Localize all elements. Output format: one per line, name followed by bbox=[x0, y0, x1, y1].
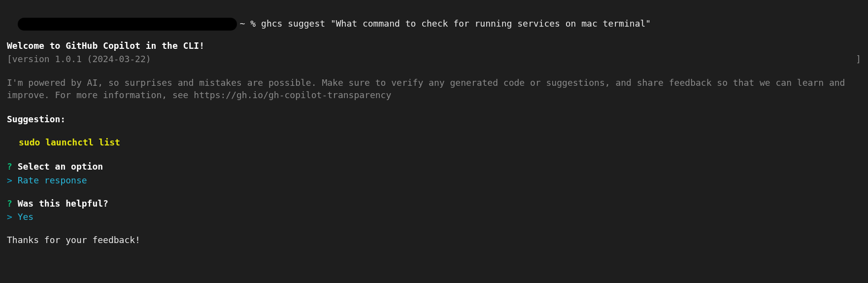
caret-icon: > bbox=[7, 175, 12, 185]
question-mark-icon: ? bbox=[7, 161, 12, 172]
command-prompt-line: ~ % ghcs suggest "What command to check … bbox=[7, 5, 861, 31]
version-text: [version 1.0.1 (2024-03-22) bbox=[7, 54, 151, 64]
redacted-hostname bbox=[18, 18, 237, 31]
welcome-heading: Welcome to GitHub Copilot in the CLI! bbox=[7, 39, 861, 52]
disclaimer-text: I'm powered by AI, so surprises and mist… bbox=[7, 76, 859, 101]
helpful-choice[interactable]: > Yes bbox=[7, 211, 861, 223]
version-info: [version 1.0.1 (2024-03-22) ] bbox=[7, 53, 861, 65]
question-mark-icon: ? bbox=[7, 198, 12, 209]
version-close-bracket: ] bbox=[856, 53, 861, 65]
suggestion-heading: Suggestion: bbox=[7, 113, 861, 125]
select-option-prompt: ? Select an option bbox=[7, 160, 861, 173]
select-option-choice[interactable]: > Rate response bbox=[7, 174, 861, 186]
caret-icon: > bbox=[7, 212, 12, 222]
helpful-prompt: ? Was this helpful? bbox=[7, 197, 861, 210]
yes-option: Yes bbox=[18, 212, 34, 222]
suggested-command: sudo launchctl list bbox=[7, 136, 861, 148]
thanks-message: Thanks for your feedback! bbox=[7, 234, 861, 246]
entered-command: ghcs suggest "What command to check for … bbox=[261, 18, 651, 29]
select-option-label: Select an option bbox=[18, 161, 103, 172]
prompt-symbol: ~ % bbox=[240, 18, 256, 29]
rate-response-option: Rate response bbox=[18, 175, 87, 185]
helpful-label: Was this helpful? bbox=[18, 198, 108, 209]
